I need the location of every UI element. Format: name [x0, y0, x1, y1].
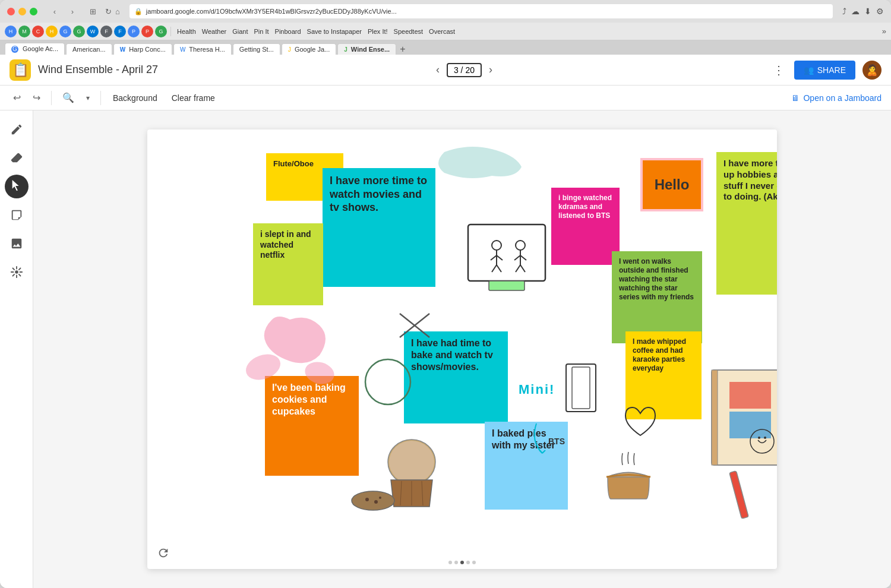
svg-line-12: [520, 255, 526, 260]
more-bookmarks-icon[interactable]: »: [882, 27, 886, 36]
laser-tool[interactable]: [5, 260, 29, 284]
bookmark-icon-6[interactable]: G: [73, 26, 85, 37]
sticky-coffee[interactable]: I made whipped coffee and had karaoke pa…: [625, 331, 702, 419]
sticky-slept-in[interactable]: i slept in and watched netflix: [253, 223, 323, 305]
bookmark-icon-5[interactable]: G: [59, 26, 71, 37]
more-options-button[interactable]: ⋮: [770, 61, 787, 80]
bookmark-icon-8[interactable]: F: [100, 26, 112, 37]
share-icon[interactable]: ⤴: [842, 7, 846, 16]
bookmark-health[interactable]: Health: [175, 27, 198, 36]
tab-bar: G Google Ac... American... W Harp Conc..…: [0, 40, 891, 55]
svg-line-13: [516, 265, 520, 272]
sticky-kdramas[interactable]: i binge watched kdramas and listened to …: [551, 188, 620, 265]
sticky-note-tool[interactable]: [5, 203, 29, 227]
svg-rect-43: [729, 471, 748, 519]
bookmark-icon-9[interactable]: F: [114, 26, 126, 37]
bookmark-giant[interactable]: Giant: [230, 27, 250, 36]
bookmark-icon-2[interactable]: M: [18, 26, 30, 37]
sticky-pies[interactable]: I baked pies with my sister: [485, 422, 568, 510]
forward-button[interactable]: ›: [65, 5, 80, 17]
settings-icon[interactable]: ⚙: [876, 7, 884, 16]
cupcake-sketch: [379, 435, 444, 513]
maximize-button[interactable]: [30, 8, 37, 15]
redo-button[interactable]: ↪: [29, 90, 44, 106]
tab-wind-ensemble[interactable]: J Wind Ense...: [337, 43, 396, 55]
background-button[interactable]: Background: [108, 91, 162, 105]
jamboard-frame[interactable]: Flute/Oboe I have more time to watch mov…: [147, 129, 777, 569]
bookmark-icon-7[interactable]: W: [87, 26, 99, 37]
clear-frame-button[interactable]: Clear frame: [167, 91, 220, 105]
download-icon[interactable]: ⬇: [864, 7, 871, 16]
bookmark-icon-10[interactable]: P: [128, 26, 140, 37]
tab-google-jamboard[interactable]: J Google Ja...: [282, 43, 336, 55]
toolbar-divider2: [100, 91, 101, 105]
browser-window: ‹ › ⊞ ↻ ⌂ 🔒 jamboard.google.com/d/1O9bcf…: [0, 0, 891, 588]
svg-line-11: [514, 255, 520, 260]
svg-point-33: [365, 498, 369, 501]
zoom-dropdown[interactable]: ▾: [83, 91, 93, 105]
slide-counter[interactable]: 3 / 20: [447, 63, 482, 77]
bookmark-overcast[interactable]: Overcast: [426, 27, 457, 36]
bookmark-icon-4[interactable]: H: [46, 26, 58, 37]
close-button[interactable]: [7, 8, 15, 15]
bookmark-pinit[interactable]: Pin It: [251, 27, 271, 36]
sticky-walks[interactable]: I went on walks outside and finished wat…: [612, 251, 702, 343]
art-supplies-sketch: [700, 364, 777, 530]
image-tool[interactable]: [5, 232, 29, 255]
bookmark-weather[interactable]: Weather: [200, 27, 229, 36]
bookmark-pinboard[interactable]: Pinboard: [273, 27, 304, 36]
select-tool[interactable]: [5, 175, 29, 198]
eraser-tool[interactable]: [5, 146, 29, 170]
next-slide-button[interactable]: ›: [486, 61, 495, 78]
url-bar[interactable]: 🔒 jamboard.google.com/d/1O9bcfwXMr3Y5ER4…: [129, 4, 833, 18]
cookie-sketch: [349, 489, 397, 513]
home-icon[interactable]: ⌂: [115, 7, 120, 16]
tab-getting-started[interactable]: Getting St...: [233, 43, 280, 55]
bookmark-plex[interactable]: Plex It!: [365, 27, 390, 36]
sticky-hello-wrapper[interactable]: Hello: [640, 158, 703, 211]
open-on-jamboard[interactable]: 🖥 Open on a Jamboard: [791, 93, 881, 103]
refresh-icon[interactable]: ↻: [105, 7, 112, 16]
tv-sketch: [444, 213, 563, 320]
back-button[interactable]: ‹: [47, 5, 62, 17]
svg-rect-2: [489, 281, 525, 290]
svg-line-5: [491, 255, 497, 260]
user-avatar[interactable]: 🙎: [862, 61, 881, 80]
canvas-area: Flute/Oboe I have more time to watch mov…: [33, 110, 891, 588]
sticky-hobbies[interactable]: I have more time to pick up hobbies and …: [716, 152, 777, 295]
sticky-bake[interactable]: I have had time to bake and watch tv sho…: [404, 331, 508, 423]
undo-button[interactable]: ↩: [10, 90, 24, 106]
bookmark-icon-3[interactable]: C: [32, 26, 44, 37]
svg-line-7: [492, 265, 497, 272]
dot3: [460, 561, 464, 564]
bookmark-instapaper[interactable]: Save to Instapaper: [305, 27, 364, 36]
refresh-frame-icon[interactable]: [157, 546, 170, 562]
bookmark-icon-11[interactable]: P: [141, 26, 153, 37]
view-button[interactable]: ⊞: [85, 5, 100, 17]
bookmark-speedtest[interactable]: Speedtest: [391, 27, 426, 36]
svg-point-27: [388, 440, 435, 485]
blob-sketch: [421, 140, 539, 188]
sticky-cookies[interactable]: I've been baking cookies and cupcakes: [265, 376, 359, 476]
lock-icon: 🔒: [134, 8, 143, 15]
svg-rect-16: [566, 364, 596, 412]
bookmark-icon-hcpss[interactable]: H: [5, 26, 17, 37]
zoom-button[interactable]: 🔍: [59, 90, 78, 106]
dot4: [466, 561, 470, 564]
prev-slide-button[interactable]: ‹: [434, 61, 442, 78]
tab-harp[interactable]: W Harp Conc...: [113, 43, 172, 55]
tab-theresa[interactable]: W Theresa H...: [173, 43, 232, 55]
sticky-watch-movies[interactable]: I have more time to watch movies and tv …: [323, 168, 435, 287]
minimize-button[interactable]: [18, 8, 26, 15]
share-button[interactable]: 👥 SHARE: [794, 61, 855, 80]
new-tab-button[interactable]: +: [397, 44, 407, 55]
cloud-icon[interactable]: ☁: [851, 7, 860, 16]
bookmark-icon-12[interactable]: G: [155, 26, 167, 37]
tab-google-ac[interactable]: G Google Ac...: [5, 43, 65, 55]
tab-american[interactable]: American...: [66, 43, 112, 55]
left-sidebar: [0, 110, 33, 588]
pen-tool[interactable]: [5, 118, 29, 141]
svg-rect-36: [712, 370, 777, 465]
svg-point-45: [758, 437, 760, 439]
frame-dots: [448, 561, 476, 564]
